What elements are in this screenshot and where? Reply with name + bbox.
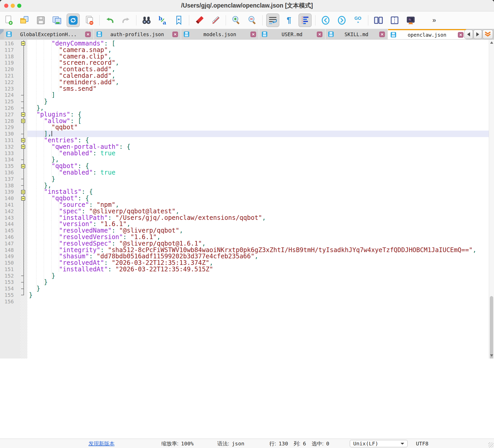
- code-line[interactable]: 121"calendar.add",: [0, 73, 494, 79]
- code-text[interactable]: "qwen-portal-auth": {: [27, 144, 494, 150]
- fold-gutter-cell[interactable]: [20, 189, 27, 195]
- update-available-link[interactable]: 发现新版本: [88, 440, 115, 447]
- new-file-button[interactable]: [2, 14, 15, 27]
- convert-mode-button[interactable]: [67, 14, 80, 27]
- fold-gutter-cell[interactable]: [20, 163, 27, 169]
- code-line[interactable]: 153}: [0, 279, 494, 285]
- code-line[interactable]: 148"integrity": "sha512-8cPcFiWSTWV10wb8…: [0, 247, 494, 253]
- code-line[interactable]: 143"installPath": "/Users/gjq/.openclaw/…: [0, 215, 494, 221]
- split-window-button[interactable]: [372, 14, 385, 27]
- code-line[interactable]: 146"resolvedVersion": "1.6.1",: [0, 234, 494, 240]
- code-line[interactable]: 147"resolvedSpec": "@sliverp/qqbot@1.6.1…: [0, 240, 494, 247]
- code-line[interactable]: 129"qqbot": [0, 124, 494, 131]
- code-text[interactable]: "resolvedVersion": "1.6.1",: [27, 234, 494, 240]
- code-text[interactable]: "installPath": "/Users/gjq/.openclaw/ext…: [27, 215, 494, 221]
- code-line[interactable]: 154}: [0, 285, 494, 292]
- close-tab-button[interactable]: [172, 31, 178, 37]
- preview-terminal-button[interactable]: [404, 14, 417, 27]
- code-text[interactable]: "entries": {: [27, 137, 494, 144]
- code-line[interactable]: 122"reminders.add",: [0, 79, 494, 86]
- code-text[interactable]: }: [27, 292, 494, 298]
- fold-gutter-cell[interactable]: [20, 111, 27, 118]
- zoom-out-button[interactable]: [246, 14, 259, 27]
- code-line[interactable]: 156: [0, 298, 494, 305]
- code-text[interactable]: }: [27, 285, 494, 292]
- toolbar-overflow-button[interactable]: »: [432, 16, 436, 24]
- code-text[interactable]: "qqbot": {: [27, 163, 494, 169]
- code-text[interactable]: "calendar.add",: [27, 73, 494, 79]
- tab-scroll-left-button[interactable]: [464, 30, 473, 39]
- save-all-button[interactable]: [50, 14, 64, 27]
- code-line[interactable]: 117"camera.snap",: [0, 47, 494, 53]
- code-line[interactable]: 132"qwen-portal-auth": {: [0, 144, 494, 150]
- tab-user-md[interactable]: USER.md: [259, 29, 326, 39]
- code-line[interactable]: 155}: [0, 292, 494, 298]
- code-text[interactable]: "enabled": true: [27, 150, 494, 157]
- code-line[interactable]: 142"spec": "@sliverp/qqbot@latest",: [0, 208, 494, 215]
- highlight-marker-button[interactable]: [193, 14, 206, 27]
- code-line[interactable]: 125}: [0, 98, 494, 105]
- code-line[interactable]: 127"plugins": {: [0, 111, 494, 118]
- find-button[interactable]: [140, 14, 153, 27]
- split-vertical-button[interactable]: [388, 14, 401, 27]
- close-tab-button[interactable]: [317, 31, 322, 37]
- code-text[interactable]: "version": "1.6.1",: [27, 221, 494, 227]
- bookmark-button[interactable]: ★: [172, 14, 185, 27]
- code-line[interactable]: 151"installedAt": "2026-03-22T12:35:49.5…: [0, 266, 494, 273]
- code-text[interactable]: "denyCommands": [: [27, 40, 494, 47]
- code-line[interactable]: 123"sms.send": [0, 86, 494, 92]
- show-paragraph-button[interactable]: ¶: [282, 14, 295, 27]
- code-text[interactable]: "spec": "@sliverp/qqbot@latest",: [27, 208, 494, 215]
- code-text[interactable]: ],: [27, 131, 494, 137]
- code-line[interactable]: 126},: [0, 105, 494, 111]
- nav-forward-button[interactable]: [335, 14, 348, 27]
- code-line[interactable]: 133"enabled": true: [0, 150, 494, 157]
- code-line[interactable]: 120"contacts.add",: [0, 66, 494, 73]
- open-file-button[interactable]: [18, 14, 31, 27]
- code-text[interactable]: "source": "npm",: [27, 202, 494, 208]
- fold-collapse-box[interactable]: [21, 196, 25, 201]
- tab-list-icon[interactable]: [0, 29, 4, 39]
- code-line[interactable]: 119"screen.record",: [0, 60, 494, 66]
- code-text[interactable]: "reminders.add",: [27, 79, 494, 86]
- code-text[interactable]: }: [27, 279, 494, 285]
- code-line[interactable]: 138},: [0, 182, 494, 189]
- fold-collapse-box[interactable]: [21, 138, 25, 142]
- close-tab-button[interactable]: [458, 32, 464, 38]
- code-text[interactable]: }: [27, 176, 494, 182]
- tab-openclaw-json[interactable]: openclaw.json: [388, 29, 466, 39]
- tab-list-dropdown-button[interactable]: [483, 30, 493, 39]
- zoom-in-button[interactable]: [230, 14, 243, 27]
- code-text[interactable]: "camera.clip",: [27, 53, 494, 60]
- fold-collapse-box[interactable]: [21, 41, 25, 46]
- scroll-up-arrow[interactable]: [490, 41, 493, 44]
- erase-marker-button[interactable]: [209, 14, 222, 27]
- code-text[interactable]: "resolvedSpec": "@sliverp/qqbot@1.6.1",: [27, 240, 494, 247]
- word-wrap-button[interactable]: [266, 14, 279, 27]
- fold-gutter-cell[interactable]: [20, 144, 27, 150]
- fold-gutter-cell[interactable]: [20, 118, 27, 124]
- line-ending-dropdown[interactable]: Unix(LF): [350, 440, 408, 447]
- code-text[interactable]: "sms.send": [27, 86, 494, 92]
- code-line[interactable]: 141"source": "npm",: [0, 202, 494, 208]
- fold-collapse-box[interactable]: [21, 112, 25, 117]
- redo-button[interactable]: [119, 14, 132, 27]
- code-text[interactable]: "plugins": {: [27, 111, 494, 118]
- code-line[interactable]: 137}: [0, 176, 494, 182]
- tab-scroll-right-button[interactable]: [473, 30, 482, 39]
- code-text[interactable]: "qqbot": [27, 124, 494, 131]
- undo-button[interactable]: [103, 14, 116, 27]
- resize-grip-icon[interactable]: [488, 442, 493, 447]
- replace-button[interactable]: ba: [156, 14, 169, 27]
- code-line[interactable]: 145"resolvedName": "@sliverp/qqbot",: [0, 227, 494, 234]
- code-line[interactable]: 135"qqbot": {: [0, 163, 494, 169]
- code-text[interactable]: }: [27, 273, 494, 279]
- code-text[interactable]: "integrity": "sha512-8cPcFiWSTWV10wb84wa…: [27, 247, 494, 253]
- code-line[interactable]: 130],: [0, 131, 494, 137]
- code-text[interactable]: "screen.record",: [27, 60, 494, 66]
- indent-guides-button[interactable]: [299, 14, 312, 27]
- minimize-window-button[interactable]: [11, 4, 15, 8]
- fold-collapse-box[interactable]: [21, 190, 25, 194]
- code-line[interactable]: 139"installs": {: [0, 189, 494, 195]
- code-text[interactable]: "enabled": true: [27, 169, 494, 176]
